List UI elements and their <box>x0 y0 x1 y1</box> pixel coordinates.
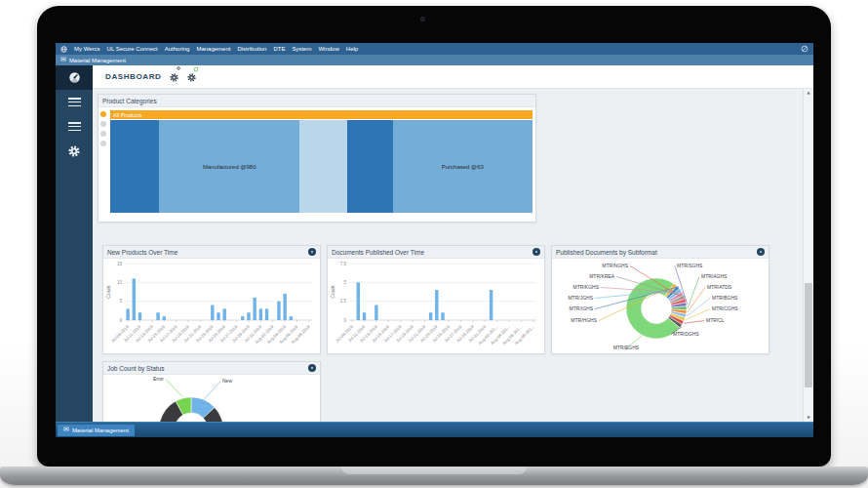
bullet-all-products[interactable] <box>100 111 106 117</box>
icicle-root-bar[interactable]: All Products <box>110 110 533 119</box>
vertical-scrollbar[interactable]: ▲ ▼ <box>803 89 813 422</box>
svg-text:Count: Count <box>105 285 111 299</box>
menu-item-window[interactable]: Window <box>318 46 338 52</box>
panel-header: Job Count by Status <box>103 362 320 375</box>
dashboard-content: Product Categories All Products Manufact <box>93 90 813 422</box>
panel-documents-published: Documents Published Over Time 02.557.5Ju… <box>327 245 545 354</box>
menu-bar: My WercsUL Secure ConnectAuthoringManage… <box>56 43 813 55</box>
icicle-root-label: All Products <box>113 112 141 118</box>
svg-text:MTR/EGHS: MTR/EGHS <box>613 345 640 350</box>
app-row: DASHBOARD P <box>56 65 813 422</box>
svg-text:MTR/JGHS: MTR/JGHS <box>568 295 593 301</box>
icicle-segment[interactable] <box>347 120 393 213</box>
panel-title: Job Count by Status <box>107 365 165 372</box>
svg-text:MTR/HGHS: MTR/HGHS <box>571 317 597 323</box>
bullet-level[interactable] <box>100 141 106 146</box>
globe-icon <box>60 46 67 53</box>
scroll-up-arrow[interactable]: ▲ <box>804 89 813 97</box>
icicle-segments: Manufactured @980Purchased @63 <box>110 120 533 213</box>
panel-header: Published Documents by Subformat <box>552 246 769 259</box>
panel-gear-button[interactable] <box>308 248 316 256</box>
webcam-dot <box>420 17 425 21</box>
panel-gear-button[interactable] <box>308 364 316 372</box>
svg-text:MTR/CL: MTR/CL <box>706 317 725 323</box>
menu-items: My WercsUL Secure ConnectAuthoringManage… <box>74 46 358 52</box>
menu-item-help[interactable]: Help <box>346 46 358 52</box>
icicle-segment-manufactured-980[interactable]: Manufactured @980 <box>159 120 299 213</box>
panel-new-products: New Products Over Time 051015Jul-09-2019… <box>102 245 321 354</box>
envelope-icon: ✉ <box>63 427 69 433</box>
refresh-arrow-icon <box>193 66 199 72</box>
panel-published-by-subformat: Published Documents by Subformat MTR/HGH… <box>551 245 769 354</box>
dashboard-speedometer-icon <box>68 71 81 84</box>
icicle-segment[interactable] <box>299 120 346 213</box>
svg-text:Count: Count <box>330 285 335 299</box>
bullet-level[interactable] <box>100 121 106 127</box>
tab-bar: ✉ Material Management <box>56 55 813 65</box>
list-icon <box>68 98 81 107</box>
taskbar-material-management-button[interactable]: ✉ Material Management <box>58 425 135 436</box>
dashboard-settings-button[interactable] <box>170 68 178 86</box>
sidebar-item-list-primary[interactable] <box>56 90 93 114</box>
envelope-icon: ✉ <box>60 57 66 63</box>
sidebar-item-list-secondary[interactable] <box>56 114 93 139</box>
svg-text:7.5: 7.5 <box>340 262 347 266</box>
svg-text:MTR/NGHS: MTR/NGHS <box>602 263 628 268</box>
panel-title: Product Categories <box>102 98 157 104</box>
new-products-bar-chart: 051015Jul-09-2019Jul-11-2019Jul-13-2019J… <box>103 259 320 357</box>
bar-chart-svg: 02.557.5Jul-09-2019Jul-11-2019Jul-13-201… <box>328 259 544 353</box>
menu-item-dte[interactable]: DTE <box>273 46 285 52</box>
refresh-gear-icon <box>187 73 196 82</box>
svg-text:New: New <box>222 378 232 384</box>
scroll-thumb[interactable] <box>805 283 812 387</box>
icicle-segment-purchased-63[interactable]: Purchased @63 <box>393 120 533 213</box>
panel-gear-button[interactable] <box>533 248 540 256</box>
screen: My WercsUL Secure ConnectAuthoringManage… <box>56 43 813 437</box>
menu-item-ul-secure-connect[interactable]: UL Secure Connect <box>107 46 158 52</box>
svg-text:10: 10 <box>117 280 123 285</box>
panel-job-count-by-status: Job Count by Status NewError <box>102 361 321 422</box>
panel-product-categories: Product Categories All Products Manufact <box>98 94 536 223</box>
taskbar: ✉ Material Management <box>56 422 813 437</box>
documents-published-bar-chart: 02.557.5Jul-09-2019Jul-11-2019Jul-13-201… <box>328 259 544 357</box>
small-gear-badge-icon <box>177 66 180 70</box>
taskbar-button-label: Material Management <box>72 427 129 433</box>
svg-text:5: 5 <box>343 280 346 285</box>
icicle-segment[interactable] <box>110 120 159 213</box>
bullet-level[interactable] <box>100 131 106 137</box>
gear-icon <box>68 145 80 157</box>
scroll-down-arrow[interactable]: ▼ <box>804 414 813 422</box>
product-categories-chart: All Products Manufactured @980Purchased … <box>99 107 535 216</box>
main-area: DASHBOARD P <box>93 65 813 422</box>
sidebar-item-dashboard[interactable] <box>56 65 93 90</box>
panel-header: Documents Published Over Time <box>328 246 544 259</box>
svg-text:MTR/IGHS: MTR/IGHS <box>570 305 594 311</box>
panel-gear-button[interactable] <box>757 248 765 256</box>
svg-text:5: 5 <box>119 299 122 304</box>
svg-text:MTR/SGHS: MTR/SGHS <box>677 263 703 268</box>
page-title: DASHBOARD <box>105 72 161 81</box>
menu-item-authoring[interactable]: Authoring <box>165 46 190 52</box>
settings-gear-icon <box>170 73 178 82</box>
svg-text:MTR/DGHS: MTR/DGHS <box>673 331 699 337</box>
svg-text:MTR/KGHS: MTR/KGHS <box>573 284 600 290</box>
svg-text:0: 0 <box>343 318 346 323</box>
legend-bullets <box>100 111 106 146</box>
sign-out-icon[interactable] <box>801 45 809 53</box>
menu-item-my-wercs[interactable]: My Wercs <box>74 46 100 52</box>
svg-text:15: 15 <box>117 262 123 266</box>
svg-text:MTR/CGHS: MTR/CGHS <box>712 305 738 311</box>
sidebar-item-settings[interactable] <box>56 139 93 163</box>
svg-text:MTR/BGHS: MTR/BGHS <box>712 295 738 301</box>
dashboard-refresh-button[interactable] <box>187 68 196 86</box>
panel-title: New Products Over Time <box>107 249 178 256</box>
menu-item-system[interactable]: System <box>292 46 311 52</box>
subformat-donut-chart: MTR/HGHSMTR/IGHSMTR/JGHSMTR/KGHSMTR/KREA… <box>552 259 769 357</box>
svg-text:MTR/KREA: MTR/KREA <box>589 273 615 279</box>
donut-chart-svg: MTR/HGHSMTR/IGHSMTR/JGHSMTR/KGHSMTR/KREA… <box>552 259 769 353</box>
svg-text:MTR/AGHS: MTR/AGHS <box>701 273 728 279</box>
menu-item-distribution[interactable]: Distribution <box>237 46 266 52</box>
menu-item-management[interactable]: Management <box>196 46 230 52</box>
tab-material-management[interactable]: Material Management <box>69 58 126 63</box>
svg-text:MTR/ATDS: MTR/ATDS <box>707 284 732 290</box>
